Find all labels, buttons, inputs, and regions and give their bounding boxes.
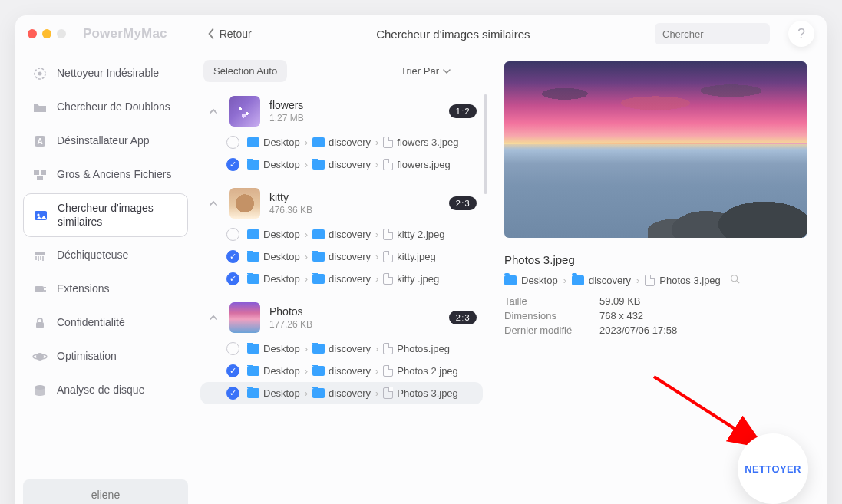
sidebar-item-similar-images[interactable]: Chercheur d'images similaires xyxy=(23,193,188,237)
file-icon xyxy=(383,365,393,377)
file-row[interactable]: Desktop›discovery›Photos 3.jpeg xyxy=(200,382,483,404)
file-row[interactable]: Desktop›discovery›Photos 2.jpeg xyxy=(200,360,483,382)
disk-icon xyxy=(32,383,48,398)
svg-rect-11 xyxy=(35,252,45,255)
auto-select-button[interactable]: Sélection Auto xyxy=(203,60,287,82)
path-discovery: discovery xyxy=(589,275,631,286)
sidebar-item-disk-analysis[interactable]: Analyse de disque xyxy=(23,375,188,406)
select-checkbox[interactable] xyxy=(226,342,239,355)
file-row[interactable]: Desktop›discovery›flowers.jpeg xyxy=(200,153,483,176)
search-input[interactable] xyxy=(662,28,791,40)
group-badge: 23 xyxy=(449,196,477,210)
svg-rect-6 xyxy=(34,170,39,175)
file-icon xyxy=(383,251,393,262)
minimize-window[interactable] xyxy=(42,29,51,38)
search-box[interactable] xyxy=(655,23,770,44)
select-checkbox[interactable] xyxy=(226,364,239,377)
reveal-icon[interactable] xyxy=(730,274,740,286)
folder-icon xyxy=(247,388,259,398)
path-desktop: Desktop xyxy=(521,275,558,286)
group-name: flowers xyxy=(269,99,440,111)
file-path: Desktop›discovery›kitty .jpeg xyxy=(247,273,439,285)
shredder-icon xyxy=(32,248,48,263)
svg-rect-16 xyxy=(35,286,44,292)
meta-dim-label: Dimensions xyxy=(504,310,581,321)
meta-size-label: Taille xyxy=(504,295,581,307)
file-path: Desktop›discovery›kitty.jpeg xyxy=(247,251,436,262)
chevron-up-icon[interactable] xyxy=(206,104,220,118)
folder-icon xyxy=(572,275,584,285)
group: kitty476.36 KB23Desktop›discovery›kitty … xyxy=(200,183,483,290)
file-path: Desktop›discovery›flowers 3.jpeg xyxy=(247,137,459,148)
clean-button[interactable]: NETTOYER xyxy=(738,433,808,504)
sidebar-item-label: Confidentialité xyxy=(57,316,125,330)
select-checkbox[interactable] xyxy=(226,250,239,263)
folder-icon xyxy=(312,388,325,398)
svg-rect-19 xyxy=(36,322,44,328)
svg-line-24 xyxy=(737,281,739,283)
group-thumbnail xyxy=(229,96,260,127)
sidebar-item-large-old[interactable]: Gros & Anciens Fichiers xyxy=(23,160,188,190)
group-header[interactable]: Photos177.26 KB23 xyxy=(200,298,483,338)
svg-point-23 xyxy=(731,275,737,282)
sidebar-item-extensions[interactable]: Extensions xyxy=(23,274,188,305)
sort-button[interactable]: Trier Par xyxy=(401,65,451,77)
file-icon xyxy=(383,343,393,354)
chevron-up-icon[interactable] xyxy=(206,311,220,324)
user-badge[interactable]: eliene xyxy=(23,479,188,504)
file-row[interactable]: Desktop›discovery›flowers 3.jpeg xyxy=(200,131,483,153)
group-header[interactable]: flowers1.27 MB12 xyxy=(200,91,483,131)
chevron-up-icon[interactable] xyxy=(206,196,220,210)
file-icon xyxy=(383,137,393,148)
meta-dim-value: 768 x 432 xyxy=(599,310,643,321)
results-list[interactable]: flowers1.27 MB12Desktop›discovery›flower… xyxy=(200,91,487,504)
file-icon xyxy=(383,159,393,170)
folder-icon xyxy=(247,229,259,239)
sidebar-item-duplicates[interactable]: Chercheur de Doublons xyxy=(23,92,188,123)
sidebar-item-label: Désinstallateur App xyxy=(57,134,150,148)
close-window[interactable] xyxy=(28,29,37,38)
sidebar-item-label: Déchiqueteuse xyxy=(57,249,128,262)
folder-icon xyxy=(247,137,259,147)
list-toolbar: Sélection Auto Trier Par xyxy=(200,57,487,91)
folder-icon xyxy=(247,274,259,284)
group-header[interactable]: kitty476.36 KB23 xyxy=(200,183,483,223)
file-row[interactable]: Desktop›discovery›kitty 2.jpeg xyxy=(200,223,483,245)
sort-label: Trier Par xyxy=(401,65,439,77)
file-row[interactable]: Desktop›discovery›kitty.jpeg xyxy=(200,245,483,268)
select-checkbox[interactable] xyxy=(226,387,239,400)
sidebar-item-junk-cleaner[interactable]: Nettoyeur Indésirable xyxy=(23,58,188,89)
svg-text:A: A xyxy=(37,137,42,146)
svg-point-3 xyxy=(38,72,42,76)
select-checkbox[interactable] xyxy=(226,136,239,149)
sidebar-item-optimization[interactable]: Optimisation xyxy=(23,341,188,372)
folder-icon xyxy=(312,252,325,262)
sidebar-item-privacy[interactable]: Confidentialité xyxy=(23,308,188,338)
detail-path[interactable]: Desktop› discovery› Photos 3.jpeg xyxy=(504,274,807,286)
detail-filename: Photos 3.jpeg xyxy=(504,253,807,266)
file-row[interactable]: Desktop›discovery›kitty .jpeg xyxy=(200,268,483,290)
sidebar-item-label: Chercheur de Doublons xyxy=(57,100,170,114)
folder-icon xyxy=(247,344,259,354)
sidebar-item-label: Chercheur d'images similaires xyxy=(58,202,178,229)
select-checkbox[interactable] xyxy=(226,158,239,171)
planet-icon xyxy=(32,349,48,364)
file-row[interactable]: Desktop›discovery›Photos.jpeg xyxy=(200,338,483,360)
file-icon xyxy=(383,273,393,285)
sidebar-item-shredder[interactable]: Déchiqueteuse xyxy=(23,240,188,271)
app-brand: PowerMyMac xyxy=(83,26,167,41)
titlebar: PowerMyMac Retour Chercheur d'images sim… xyxy=(15,15,827,52)
meta-mod-value: 2023/07/06 17:58 xyxy=(599,324,677,336)
sidebar-item-uninstaller[interactable]: A Désinstallateur App xyxy=(23,126,188,156)
maximize-window[interactable] xyxy=(57,29,66,38)
folder-icon xyxy=(247,160,259,170)
group-info: kitty476.36 KB xyxy=(269,191,440,216)
folder-icon xyxy=(312,229,325,239)
back-button[interactable]: Retour xyxy=(207,28,252,40)
sidebar-item-label: Analyse de disque xyxy=(57,384,144,397)
sidebar-item-label: Extensions xyxy=(57,282,109,296)
select-checkbox[interactable] xyxy=(226,272,239,285)
help-button[interactable]: ? xyxy=(788,21,814,47)
select-checkbox[interactable] xyxy=(226,228,239,241)
folder-icon xyxy=(247,252,259,262)
